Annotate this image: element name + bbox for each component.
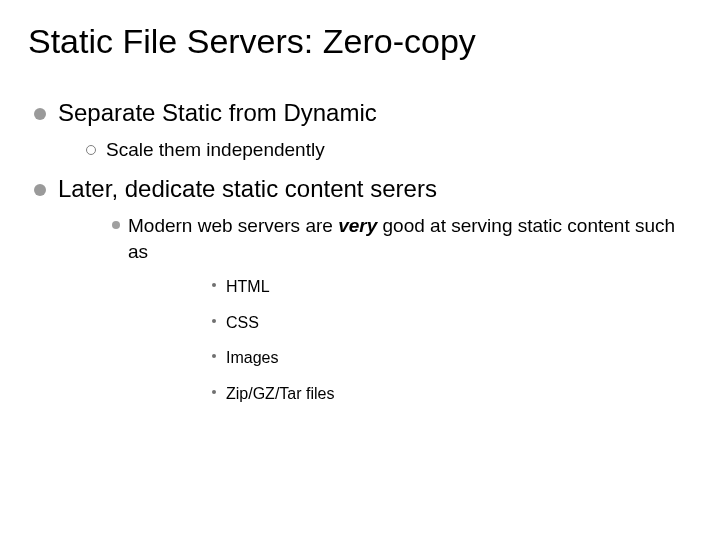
bullet-list: Separate Static from Dynamic Scale them … bbox=[28, 99, 692, 405]
bullet-text: Separate Static from Dynamic bbox=[58, 99, 377, 126]
list-item: Zip/GZ/Tar files bbox=[128, 383, 692, 405]
sub-list: Modern web servers are very good at serv… bbox=[58, 213, 692, 405]
list-item: Modern web servers are very good at serv… bbox=[58, 213, 692, 405]
list-item: Later, dedicate static content serers Mo… bbox=[28, 175, 692, 405]
bullet-text-em: very bbox=[338, 215, 377, 236]
list-item: HTML bbox=[128, 276, 692, 298]
slide: Static File Servers: Zero-copy Separate … bbox=[0, 0, 720, 540]
list-item: Images bbox=[128, 347, 692, 369]
bullet-text: Zip/GZ/Tar files bbox=[226, 385, 334, 402]
list-item: Separate Static from Dynamic Scale them … bbox=[28, 99, 692, 161]
bullet-text: CSS bbox=[226, 314, 259, 331]
sub-list: Scale them independently bbox=[58, 139, 692, 161]
bullet-text: Images bbox=[226, 349, 278, 366]
sub-list: HTML CSS Images Zip/GZ/Tar files bbox=[128, 276, 692, 404]
bullet-text-pre: Modern web servers are bbox=[128, 215, 338, 236]
list-item: Scale them independently bbox=[58, 139, 692, 161]
bullet-text: HTML bbox=[226, 278, 270, 295]
bullet-text: Scale them independently bbox=[106, 139, 325, 160]
list-item: CSS bbox=[128, 312, 692, 334]
bullet-text: Later, dedicate static content serers bbox=[58, 175, 437, 202]
slide-title: Static File Servers: Zero-copy bbox=[28, 22, 692, 61]
